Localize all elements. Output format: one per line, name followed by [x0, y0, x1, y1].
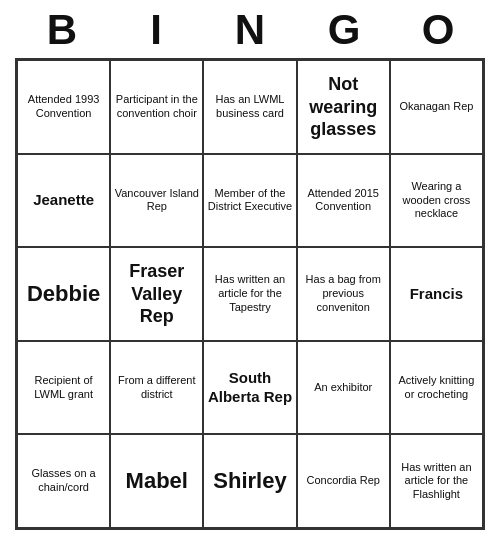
- cell-0-2: Has an LWML business card: [203, 60, 296, 154]
- cell-3-2: South Alberta Rep: [203, 341, 296, 435]
- cell-1-4: Wearing a wooden cross necklace: [390, 154, 483, 248]
- bingo-letter: N: [206, 6, 294, 54]
- cell-4-4: Has written an article for the Flashligh…: [390, 434, 483, 528]
- cell-2-1: Fraser Valley Rep: [110, 247, 203, 341]
- cell-0-3: Not wearing glasses: [297, 60, 390, 154]
- cell-2-3: Has a bag from previous conveniton: [297, 247, 390, 341]
- cell-4-0: Glasses on a chain/cord: [17, 434, 110, 528]
- cell-2-0: Debbie: [17, 247, 110, 341]
- cell-3-4: Actively knitting or crocheting: [390, 341, 483, 435]
- cell-0-1: Participant in the convention choir: [110, 60, 203, 154]
- cell-2-2: Has written an article for the Tapestry: [203, 247, 296, 341]
- cell-2-4: Francis: [390, 247, 483, 341]
- bingo-letter: O: [394, 6, 482, 54]
- cell-1-0: Jeanette: [17, 154, 110, 248]
- bingo-title: BINGO: [15, 0, 485, 58]
- cell-0-4: Okanagan Rep: [390, 60, 483, 154]
- cell-1-2: Member of the District Executive: [203, 154, 296, 248]
- cell-1-1: Vancouver Island Rep: [110, 154, 203, 248]
- cell-4-2: Shirley: [203, 434, 296, 528]
- cell-4-1: Mabel: [110, 434, 203, 528]
- cell-3-0: Recipient of LWML grant: [17, 341, 110, 435]
- bingo-letter: I: [112, 6, 200, 54]
- bingo-letter: G: [300, 6, 388, 54]
- bingo-letter: B: [18, 6, 106, 54]
- bingo-grid: Attended 1993 ConventionParticipant in t…: [15, 58, 485, 530]
- cell-0-0: Attended 1993 Convention: [17, 60, 110, 154]
- cell-4-3: Concordia Rep: [297, 434, 390, 528]
- cell-3-1: From a different district: [110, 341, 203, 435]
- cell-3-3: An exhibitor: [297, 341, 390, 435]
- cell-1-3: Attended 2015 Convention: [297, 154, 390, 248]
